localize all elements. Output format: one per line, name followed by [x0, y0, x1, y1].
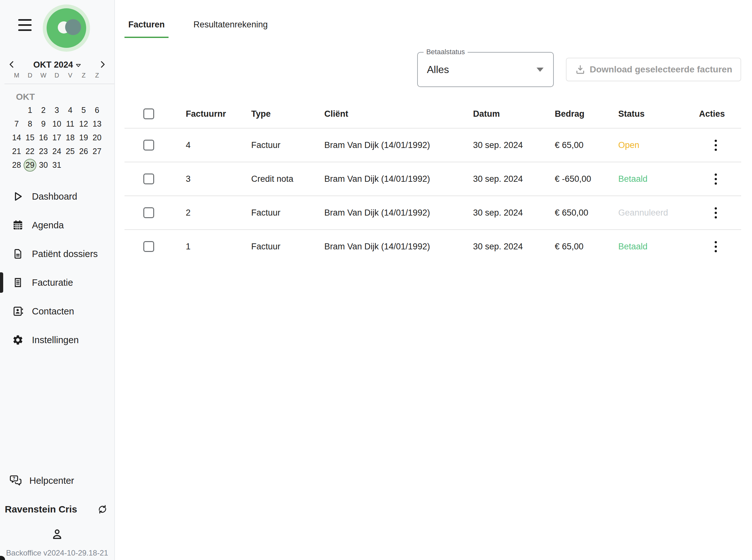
- calendar-day[interactable]: 24: [50, 144, 63, 158]
- calendar-day[interactable]: 4: [63, 103, 77, 117]
- calendar-day-number: 28: [12, 160, 21, 169]
- row-actions-kebab-icon[interactable]: [709, 204, 722, 222]
- sidebar-item-instellingen[interactable]: Instellingen: [0, 326, 114, 354]
- sidebar-item-label: Contacten: [32, 306, 74, 317]
- calendar-day[interactable]: 2: [37, 103, 50, 117]
- column-header: Factuurnr: [186, 109, 251, 119]
- calendar-day[interactable]: 6: [90, 103, 104, 117]
- calendar-day[interactable]: 9: [37, 117, 50, 131]
- select-all-checkbox[interactable]: [143, 108, 154, 119]
- sidebar-item-patient-dossiers[interactable]: Patiënt dossiers: [0, 240, 114, 268]
- chevron-right-icon[interactable]: [98, 60, 107, 70]
- caret-down-icon: [76, 64, 81, 67]
- row-checkbox[interactable]: [143, 174, 154, 184]
- calendar-month-label[interactable]: OKT 2024: [17, 60, 98, 70]
- calendar-day[interactable]: 12: [77, 117, 90, 131]
- calendar-day[interactable]: 18: [63, 131, 77, 144]
- calendar-day[interactable]: 5: [77, 103, 90, 117]
- betaalstatus-select[interactable]: Betaalstatus Alles: [417, 52, 554, 87]
- calendar-day[interactable]: 11: [63, 117, 77, 131]
- calendar-day[interactable]: 8: [23, 117, 37, 131]
- agenda-icon: [12, 219, 24, 231]
- table-row[interactable]: 4FactuurBram Van Dijk (14/01/1992)30 sep…: [124, 128, 741, 162]
- download-invoices-button[interactable]: Download geselecteerde facturen: [566, 58, 741, 81]
- cell-acties: [699, 204, 741, 222]
- column-header: Bedrag: [555, 109, 618, 119]
- row-checkbox[interactable]: [143, 207, 154, 218]
- calendar-day[interactable]: 1: [23, 103, 37, 117]
- sync-icon[interactable]: [97, 504, 108, 515]
- cell-client: Bram Van Dijk (14/01/1992): [324, 208, 473, 218]
- calendar-day[interactable]: 27: [90, 144, 104, 158]
- tab-facturen[interactable]: Facturen: [124, 20, 169, 38]
- sidebar-item-dashboard[interactable]: Dashboard: [0, 182, 114, 211]
- calendar-day-number: 7: [14, 119, 19, 128]
- calendar-day[interactable]: 17: [50, 131, 63, 144]
- weekday-label: W: [37, 72, 50, 79]
- calendar-day[interactable]: 14: [10, 131, 23, 144]
- cell-client: Bram Van Dijk (14/01/1992): [324, 174, 473, 184]
- person-icon[interactable]: [51, 528, 63, 540]
- calendar-week-row: 14151617181920: [0, 131, 114, 144]
- sidebar-nav: DashboardAgendaPatiënt dossiersFacturati…: [0, 182, 114, 354]
- calendar-day[interactable]: 15: [23, 131, 37, 144]
- calendar-day[interactable]: 23: [37, 144, 50, 158]
- cell-datum: 30 sep. 2024: [473, 174, 555, 184]
- weekday-label: V: [63, 72, 77, 79]
- calendar-day[interactable]: 7: [10, 117, 23, 131]
- helpcenter-icon: ?: [9, 474, 22, 487]
- row-actions-kebab-icon[interactable]: [709, 170, 722, 188]
- calendar-day[interactable]: 28: [10, 158, 23, 172]
- cell-factuurnr: 4: [186, 140, 251, 150]
- calendar-day[interactable]: 25: [63, 144, 77, 158]
- chevron-left-icon[interactable]: [7, 60, 17, 70]
- row-actions-kebab-icon[interactable]: [709, 136, 722, 154]
- calendar-day[interactable]: 20: [90, 131, 104, 144]
- download-icon: [575, 64, 586, 75]
- calendar-day[interactable]: 31: [50, 158, 63, 172]
- row-checkbox[interactable]: [143, 241, 154, 252]
- hamburger-icon[interactable]: [18, 19, 32, 31]
- table-row[interactable]: 1FactuurBram Van Dijk (14/01/1992)30 sep…: [124, 230, 741, 263]
- dashboard-icon: [12, 191, 24, 202]
- cell-bedrag: € 650,00: [555, 208, 618, 218]
- calendar-day[interactable]: 13: [90, 117, 104, 131]
- calendar-day[interactable]: 19: [77, 131, 90, 144]
- cell-bedrag: € -650,00: [555, 174, 618, 184]
- logo-teal-circle: [65, 19, 81, 35]
- calendar-day-number: 20: [93, 133, 101, 142]
- calendar-day[interactable]: 22: [23, 144, 37, 158]
- calendar-day[interactable]: 3: [50, 103, 63, 117]
- download-button-label: Download geselecteerde facturen: [590, 64, 732, 75]
- calendar-day[interactable]: 16: [37, 131, 50, 144]
- calendar-day-number: 26: [79, 147, 88, 156]
- calendar-day-number: 13: [93, 119, 101, 128]
- calendar-day-selected[interactable]: 29: [23, 158, 37, 172]
- sidebar: OKT 2024 MDWDVZZ OKT 1234567891011121314…: [0, 0, 115, 560]
- table-row[interactable]: 3Credit notaBram Van Dijk (14/01/1992)30…: [124, 162, 741, 196]
- calendar-day-number: 25: [66, 147, 75, 156]
- calendar-day-number: 10: [52, 119, 61, 128]
- calendar-day[interactable]: 30: [37, 158, 50, 172]
- version-label: Backoffice v2024-10-29.18-21: [0, 548, 114, 557]
- row-checkbox[interactable]: [143, 140, 154, 151]
- sidebar-item-contacten[interactable]: Contacten: [0, 297, 114, 326]
- calendar-day[interactable]: 10: [50, 117, 63, 131]
- calendar-day[interactable]: 26: [77, 144, 90, 158]
- column-header: Status: [618, 109, 699, 119]
- sidebar-item-agenda[interactable]: Agenda: [0, 211, 114, 240]
- sidebar-item-label: Instellingen: [32, 335, 79, 345]
- table-body: 4FactuurBram Van Dijk (14/01/1992)30 sep…: [124, 128, 741, 263]
- tab-bar: FacturenResultatenrekening: [124, 20, 741, 38]
- table-row[interactable]: 2FactuurBram Van Dijk (14/01/1992)30 sep…: [124, 196, 741, 230]
- tab-resultatenrekening[interactable]: Resultatenrekening: [190, 20, 272, 38]
- row-actions-kebab-icon[interactable]: [709, 238, 722, 256]
- calendar-grid: 1234567891011121314151617181920212223242…: [0, 103, 114, 172]
- calendar-day-number: 5: [81, 105, 86, 115]
- helpcenter-link[interactable]: ? Helpcenter: [0, 471, 114, 491]
- status-badge: Betaald: [618, 174, 699, 184]
- calendar-day[interactable]: 21: [10, 144, 23, 158]
- calendar-day: [90, 158, 104, 172]
- app-logo[interactable]: [43, 4, 90, 52]
- sidebar-item-facturatie[interactable]: Facturatie: [0, 268, 114, 297]
